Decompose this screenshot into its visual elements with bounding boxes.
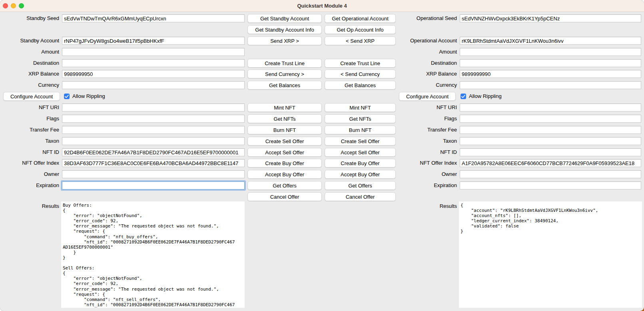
operational-xrp-balance-input[interactable] bbox=[460, 70, 641, 78]
get-standby-account-info-button[interactable]: Get Standby Account Info bbox=[247, 25, 322, 34]
standby-account-input[interactable] bbox=[62, 37, 245, 45]
standby-xrp-balance-input[interactable] bbox=[62, 70, 245, 78]
operational-flags-input[interactable] bbox=[460, 115, 641, 123]
operational-destination-input[interactable] bbox=[460, 59, 641, 67]
create-buy-offer-operational-button[interactable]: Create Buy Offer bbox=[325, 159, 396, 167]
standby-expiration-input[interactable] bbox=[62, 181, 245, 189]
standby-owner-input[interactable] bbox=[62, 170, 245, 178]
accept-sell-offer-standby-button[interactable]: Accept Sell Offer bbox=[247, 148, 322, 157]
standby-seed-input[interactable] bbox=[62, 14, 245, 22]
burn-nft-standby-button[interactable]: Burn NFT bbox=[247, 126, 322, 134]
create-trust-line-operational-button[interactable]: Create Trust Line bbox=[325, 59, 396, 68]
create-sell-offer-standby-button[interactable]: Create Sell Offer bbox=[247, 137, 322, 146]
operational-amount-label: Amount bbox=[398, 48, 457, 56]
operational-configure-account-button[interactable]: Configure Account bbox=[399, 92, 456, 101]
operational-results-label: Results bbox=[398, 202, 457, 210]
mint-nft-standby-button[interactable]: Mint NFT bbox=[247, 103, 322, 112]
operational-allow-rippling-label: Allow Rippling bbox=[469, 92, 502, 100]
operational-account-input[interactable] bbox=[460, 37, 641, 45]
operational-owner-label: Owner bbox=[398, 170, 457, 178]
operational-amount-input[interactable] bbox=[460, 48, 641, 56]
operational-nft-uri-label: NFT URI bbox=[398, 104, 457, 112]
standby-owner-label: Owner bbox=[0, 170, 59, 178]
standby-currency-input[interactable] bbox=[62, 81, 245, 89]
operational-nft-id-input[interactable] bbox=[460, 148, 641, 156]
operational-xrp-balance-label: XRP Balance bbox=[398, 70, 457, 78]
operational-seed-input[interactable] bbox=[460, 14, 641, 22]
operational-expiration-label: Expiration bbox=[398, 181, 457, 189]
operational-nft-offer-index-label: NFT Offer Index bbox=[398, 159, 457, 167]
operational-destination-label: Destination bbox=[398, 59, 457, 67]
operational-taxon-label: Taxon bbox=[398, 137, 457, 145]
standby-currency-label: Currency bbox=[0, 81, 59, 89]
send-currency-operational-button[interactable]: < Send Currency bbox=[325, 70, 396, 78]
standby-amount-input[interactable] bbox=[62, 48, 245, 56]
standby-nft-uri-input[interactable] bbox=[62, 104, 245, 112]
standby-nft-id-label: NFT ID bbox=[0, 148, 59, 156]
get-op-account-info-button[interactable]: Get Op Account Info bbox=[325, 25, 396, 34]
app-window: Quickstart Module 4 Standby Seed Standby… bbox=[0, 0, 644, 311]
send-xrp-operational-button[interactable]: < Send XRP bbox=[325, 36, 396, 45]
standby-allow-rippling-label: Allow Rippling bbox=[72, 92, 105, 100]
get-nfts-operational-button[interactable]: Get NFTs bbox=[325, 114, 396, 123]
checkmark-icon bbox=[65, 95, 69, 98]
get-balances-standby-button[interactable]: Get Balances bbox=[247, 81, 322, 90]
standby-nft-offer-index-label: NFT Offer Index bbox=[0, 159, 59, 167]
standby-seed-label: Standby Seed bbox=[0, 14, 59, 22]
accept-buy-offer-operational-button[interactable]: Accept Buy Offer bbox=[325, 170, 396, 179]
create-sell-offer-operational-button[interactable]: Create Sell Offer bbox=[325, 137, 396, 146]
accept-buy-offer-standby-button[interactable]: Accept Buy Offer bbox=[247, 170, 322, 179]
operational-results-text[interactable]: { "account": "rK9LBRhStdmtAaVdJXGVF1LnKW… bbox=[459, 201, 642, 308]
standby-nft-offer-index-input[interactable] bbox=[62, 159, 245, 167]
operational-flags-label: Flags bbox=[398, 115, 457, 123]
operational-nft-offer-index-input[interactable] bbox=[460, 159, 641, 167]
get-offers-operational-button[interactable]: Get Offers bbox=[325, 181, 396, 190]
get-offers-standby-button[interactable]: Get Offers bbox=[247, 181, 322, 190]
create-trust-line-standby-button[interactable]: Create Trust Line bbox=[247, 59, 322, 68]
standby-flags-input[interactable] bbox=[62, 115, 245, 123]
standby-allow-rippling-checkbox[interactable] bbox=[64, 94, 70, 99]
standby-flags-label: Flags bbox=[0, 115, 59, 123]
standby-xrp-balance-label: XRP Balance bbox=[0, 70, 59, 78]
operational-expiration-input[interactable] bbox=[460, 181, 641, 189]
standby-transfer-fee-label: Transfer Fee bbox=[0, 126, 59, 134]
get-nfts-standby-button[interactable]: Get NFTs bbox=[247, 114, 322, 123]
burn-nft-operational-button[interactable]: Burn NFT bbox=[325, 126, 396, 134]
standby-taxon-label: Taxon bbox=[0, 137, 59, 145]
get-balances-operational-button[interactable]: Get Balances bbox=[325, 81, 396, 90]
standby-destination-label: Destination bbox=[0, 59, 59, 67]
standby-results-label: Results bbox=[0, 202, 59, 210]
checkmark-icon bbox=[461, 95, 465, 98]
get-standby-account-button[interactable]: Get Standby Account bbox=[247, 14, 322, 23]
operational-account-label: Operational Account bbox=[398, 37, 457, 45]
operational-owner-input[interactable] bbox=[460, 170, 641, 178]
mint-nft-operational-button[interactable]: Mint NFT bbox=[325, 103, 396, 112]
operational-currency-label: Currency bbox=[398, 81, 457, 89]
cancel-offer-standby-button[interactable]: Cancel Offer bbox=[247, 192, 322, 201]
send-xrp-standby-button[interactable]: Send XRP > bbox=[247, 36, 322, 45]
standby-account-label: Standby Account bbox=[0, 37, 59, 45]
standby-expiration-label: Expiration bbox=[0, 181, 59, 189]
operational-taxon-input[interactable] bbox=[460, 137, 641, 145]
standby-amount-label: Amount bbox=[0, 48, 59, 56]
operational-currency-input[interactable] bbox=[460, 81, 641, 89]
create-buy-offer-standby-button[interactable]: Create Buy Offer bbox=[247, 159, 322, 167]
operational-transfer-fee-input[interactable] bbox=[460, 126, 641, 134]
cancel-offer-operational-button[interactable]: Cancel Offer bbox=[325, 192, 396, 201]
standby-transfer-fee-input[interactable] bbox=[62, 126, 245, 134]
standby-configure-account-button[interactable]: Configure Account bbox=[3, 92, 60, 101]
standby-taxon-input[interactable] bbox=[62, 137, 245, 145]
get-operational-account-button[interactable]: Get Operational Account bbox=[325, 14, 396, 23]
standby-destination-input[interactable] bbox=[62, 59, 245, 67]
send-currency-standby-button[interactable]: Send Currency > bbox=[247, 70, 322, 78]
operational-nft-uri-input[interactable] bbox=[460, 104, 641, 112]
accept-sell-offer-operational-button[interactable]: Accept Sell Offer bbox=[325, 148, 396, 157]
window-title: Quickstart Module 4 bbox=[0, 0, 644, 12]
operational-transfer-fee-label: Transfer Fee bbox=[398, 126, 457, 134]
standby-nft-id-input[interactable] bbox=[62, 148, 245, 156]
operational-nft-id-label: NFT ID bbox=[398, 148, 457, 156]
operational-allow-rippling-checkbox[interactable] bbox=[461, 94, 466, 99]
standby-results-text[interactable]: Buy Offers: { "error": "objectNotFound",… bbox=[61, 201, 245, 308]
title-bar[interactable]: Quickstart Module 4 bbox=[0, 0, 644, 12]
operational-seed-label: Operational Seed bbox=[398, 14, 457, 22]
